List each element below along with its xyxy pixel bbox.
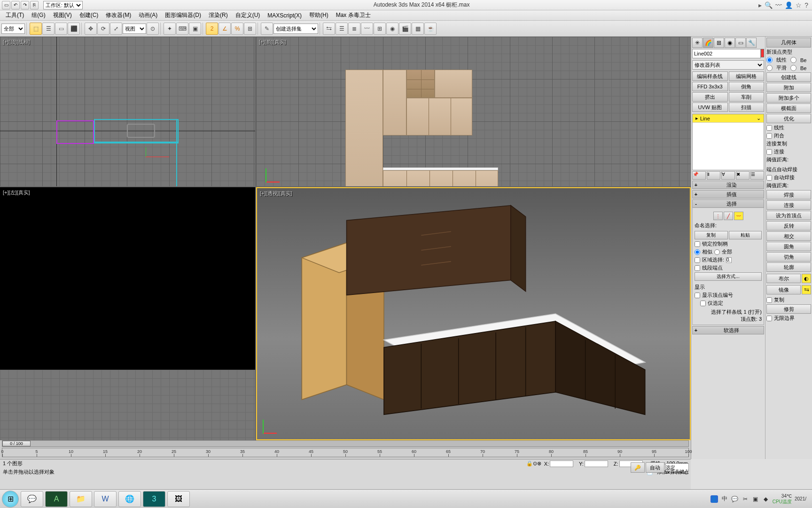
mirror-mode-icon[interactable]: ⮀ [802,285,811,294]
rollout-selection-header[interactable]: -选择 [692,199,764,208]
object-name-input[interactable] [692,49,761,58]
segment-end-checkbox[interactable] [695,265,700,271]
tab-hierarchy-icon[interactable]: ⊞ [714,38,724,48]
time-slider-handle[interactable]: 0 / 100 [2,441,31,446]
connect-checkbox[interactable] [766,149,772,155]
menu-animation[interactable]: 动画(A) [135,10,161,20]
make-first-button[interactable]: 设为首顶点 [766,211,811,220]
taskbar-word-icon[interactable]: W [94,491,117,507]
menu-maxscript[interactable]: MAXScript(X) [264,11,305,20]
vertex-subobj-icon[interactable]: ⋮ [713,212,723,220]
qat-undo-icon[interactable]: ↶ [11,1,20,9]
rollout-interp-header[interactable]: +插值 [692,190,764,198]
smooth-radio[interactable] [766,65,773,71]
render-frame-icon[interactable]: ▦ [412,23,424,35]
cross-section-button[interactable]: 横截面 [766,103,811,113]
select-by-name-icon[interactable]: ☰ [42,23,55,35]
create-line-button[interactable]: 创建线 [766,72,811,82]
closed-checkbox[interactable] [766,133,772,139]
menu-tools[interactable]: 工具(T) [2,10,28,20]
attach-multi-button[interactable]: 附加多个 [766,93,811,103]
menu-help[interactable]: 帮助(H) [305,10,332,20]
edit-named-sel-icon[interactable]: ✎ [261,23,273,35]
viewport-top-label[interactable]: [+][顶][线框] [3,39,30,46]
modifier-list-dropdown[interactable]: 修改器列表 [692,60,764,70]
lock-handles-checkbox[interactable] [695,241,700,247]
tab-modify-icon[interactable]: 🌈 [703,38,713,48]
move-icon[interactable]: ✥ [85,23,97,35]
rotate-icon[interactable]: ⟳ [97,23,109,35]
menu-view[interactable]: 视图(V) [49,10,76,20]
fillet-button[interactable]: 圆角 [766,242,811,251]
schematic-view-icon[interactable]: ⊞ [374,23,386,35]
select-manipulate-icon[interactable]: ✦ [164,23,176,35]
viewport-front[interactable]: [+][前][真实] [256,37,691,186]
viewport-left-label[interactable]: [+][左][真实] [3,189,30,196]
area-select-checkbox[interactable] [695,257,700,263]
select-object-icon[interactable]: ⬚ [30,23,42,35]
btn-edit-mesh[interactable]: 编辑网格 [729,71,765,81]
menu-group[interactable]: 组(G) [28,10,49,20]
copy-checkbox[interactable] [766,297,772,303]
tray-ime-icon[interactable]: 中 [721,495,728,503]
viewport-top[interactable]: [+][顶][线框] [0,37,255,186]
btn-extrude[interactable]: 挤出 [692,92,728,102]
person-icon[interactable]: 👤 [785,1,793,9]
bezier-corner-radio[interactable] [790,65,796,71]
rollout-soft-header[interactable]: +软选择 [692,326,764,334]
curve-editor-icon[interactable]: 〰 [361,23,373,35]
menu-antivirus[interactable]: Max 杀毒卫士 [332,10,375,20]
select-by-button[interactable]: 选择方式... [695,272,762,281]
x-coord-input[interactable] [550,460,573,467]
intersect-button[interactable]: 相交 [766,231,811,241]
menu-graph-editor[interactable]: 图形编辑器(D) [161,10,205,20]
copy-sel-button[interactable]: 复制 [695,231,728,239]
viewport-left[interactable]: [+][左][真实] [0,187,255,440]
btn-chamfer[interactable]: 倒角 [729,82,765,91]
remove-mod-icon[interactable]: ✖ [736,171,750,180]
taskbar-explorer-icon[interactable]: 📁 [70,491,92,507]
set-key-label[interactable]: 设置关键点 [665,469,689,474]
area-select-spinner[interactable] [726,257,732,263]
snap-percent-icon[interactable]: % [231,23,243,35]
make-unique-icon[interactable]: ∀ [721,171,735,180]
tangent-button[interactable]: 切角 [766,252,811,262]
viewport-front-label[interactable]: [+][前][真实] [259,39,286,46]
linear-checkbox[interactable] [766,125,772,131]
tray-qq-icon[interactable]: 👤 [710,495,718,503]
btn-edit-spline[interactable]: 编辑样条线 [692,71,728,81]
menu-customize[interactable]: 自定义(U) [232,10,264,20]
viewport-persp-label[interactable]: [+][透视][真实] [260,190,292,197]
scale-icon[interactable]: ⤢ [110,23,122,35]
qat-new-icon[interactable]: ▭ [2,1,10,9]
named-sel-sets-icon[interactable]: ▣ [189,23,201,35]
time-ruler[interactable]: 0510152025303540455055606570758085909510… [2,448,689,457]
ref-coord-dropdown[interactable]: 视图 [123,24,146,34]
weld-button[interactable]: 焊接 [766,190,811,199]
spline-subobj-icon[interactable]: 〰 [734,212,743,220]
snap-2d-icon[interactable]: 2 [206,23,218,35]
configure-sets-icon[interactable]: ☰ [750,171,764,180]
spinner-snap-icon[interactable]: ⊞ [244,23,256,35]
btn-ffd[interactable]: FFD 3x3x3 [692,82,728,91]
expand-icon[interactable]: ▸ [695,115,698,121]
menu-create[interactable]: 创建(C) [76,10,102,20]
btn-uvw[interactable]: UVW 贴图 [692,103,728,112]
taskbar-pictures-icon[interactable]: 🖼 [167,491,190,507]
all-radio[interactable] [714,249,720,255]
tab-display-icon[interactable]: ▭ [735,38,746,48]
optimize-button[interactable]: 优化 [766,114,811,123]
align-icon[interactable]: ☰ [336,23,348,35]
mirror-icon[interactable]: ⮀ [323,23,335,35]
chevron-down-icon[interactable]: ⌄ [757,115,761,121]
binoculars-icon[interactable]: 🔍 [765,1,773,9]
qat-link-icon[interactable]: ⎘ [30,1,39,9]
bezier-radio[interactable] [790,57,796,63]
rect-select-icon[interactable]: ▭ [55,23,67,35]
attach-button[interactable]: 附加 [766,83,811,92]
tray-notif-icon[interactable]: 💬 [731,495,739,503]
outline-button[interactable]: 轮廓 [766,262,811,272]
window-crossing-icon[interactable]: ⬛ [68,23,80,35]
taskbar-browser-icon[interactable]: 🌐 [118,491,141,507]
pivot-center-icon[interactable]: ⊙ [147,23,159,35]
